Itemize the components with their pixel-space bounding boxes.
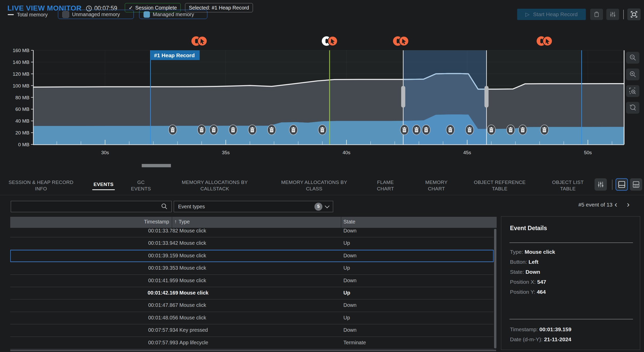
table-row[interactable]: 00:07:57.934 Key pressed Down [10,324,494,337]
event-details-title: Event Details [510,225,547,232]
tab-object-list-table[interactable]: OBJECT LISTTABLE [552,177,584,194]
events-table-header[interactable]: Timestamp ↑ Type State [10,217,497,228]
svg-text:30s: 30s [101,150,109,155]
delete-event-marker[interactable] [507,125,515,135]
svg-text:140 MB: 140 MB [13,60,29,65]
event-types-dropdown[interactable]: Event types 5 [174,201,333,212]
delete-event-marker[interactable] [248,125,257,135]
legend-toggle-managed[interactable]: Managed memory [139,10,207,19]
zoom-region-button[interactable] [626,85,639,97]
row-timestamp: 00:01:42.169 [148,290,178,296]
row-state: Down [343,302,356,308]
delete-event-marker[interactable] [229,125,237,135]
row-state: Up [343,315,350,321]
search-icon [161,203,168,210]
chart-hscrollbar[interactable] [142,164,171,167]
delete-event-marker[interactable] [169,125,177,135]
start-heap-record-label: Start Heap Record [533,11,578,17]
delete-event-marker[interactable] [519,125,527,135]
table-row[interactable]: 00:01:42.169 Mouse click Up [10,287,494,299]
zoom-out-icon [629,54,637,62]
next-event-button[interactable]: › [627,200,630,209]
row-timestamp: 00:01:41.959 [148,278,178,283]
layout-rows-button[interactable] [616,178,628,191]
delete-event-marker[interactable] [422,125,430,135]
svg-text:0 MB: 0 MB [18,142,29,147]
chart-settings-button[interactable] [606,9,619,20]
fullscreen-button[interactable] [627,8,641,20]
table-row[interactable]: 00:01:39.353 Mouse click Up [10,262,494,275]
column-header-state[interactable]: State [343,219,355,225]
legend-toggle-unmanaged[interactable]: Unmanaged memory [58,10,134,19]
layout-grid-button[interactable] [630,178,642,191]
events-table-hscrollbar[interactable] [10,350,496,351]
zoom-reset-button[interactable] [626,102,639,114]
tab-memory-allocations-by-callstack[interactable]: MEMORY ALLOCATIONS BYCALLSTACK [182,177,248,194]
previous-event-button[interactable]: ‹ [615,200,617,209]
delete-event-marker[interactable] [400,125,408,135]
delete-event-marker[interactable] [198,125,206,135]
layout-grid-icon [632,181,640,188]
play-icon: ▷ [525,11,529,17]
tab-session-heap-record-info[interactable]: SESSION & HEAP RECORDINFO [8,177,73,194]
delete-event-marker[interactable] [487,125,495,135]
tab-object-reference-table[interactable]: OBJECT REFERENCETABLE [474,177,526,194]
row-state: Terminate [343,340,366,346]
tab-flame-chart[interactable]: FLAMECHART [377,177,394,194]
tab-gc-events[interactable]: GCEVENTS [131,177,151,194]
delete-event-marker[interactable] [289,125,298,135]
tab-memory-allocations-by-class[interactable]: MEMORY ALLOCATIONS BYCLASS [281,177,347,194]
row-type: Mouse click [179,253,206,259]
panel-settings-button[interactable] [595,178,607,191]
legend-total-memory: Total memory [8,10,48,19]
events-table-scrollbar[interactable] [494,229,496,348]
live-view-monitor-app: #1 Heap Record [0,0,644,352]
delete-event-marker[interactable] [318,125,326,135]
event-group-marker[interactable] [191,36,207,46]
table-row[interactable]: 00:07:57.993 App lifecycle Terminate [10,337,494,349]
column-divider [172,217,172,228]
delete-event-marker[interactable] [540,125,548,135]
delete-event-marker[interactable] [446,125,454,135]
table-row[interactable]: 00:01:33.942 Mouse click Up [10,237,494,250]
row-type: Mouse click [179,265,206,271]
memory-timeline-chart[interactable]: #1 Heap Record [0,0,644,174]
chevron-down-icon [325,203,329,208]
delete-event-marker[interactable] [210,125,218,135]
row-type: Mouse click [179,290,208,296]
event-search-input[interactable] [11,204,161,210]
delete-session-button[interactable] [590,9,603,20]
table-row[interactable]: 00:01:33.782 Mouse click Down [10,228,494,237]
zoom-in-button[interactable] [626,69,639,80]
svg-text:60 MB: 60 MB [15,106,29,112]
start-heap-record-button[interactable]: ▷ Start Heap Record [517,9,586,20]
event-group-marker[interactable] [537,36,552,46]
row-state: Down [343,228,356,234]
delete-event-marker[interactable] [465,125,474,135]
settings-sliders-icon [609,11,616,18]
table-row[interactable]: 00:01:41.959 Mouse click Down [10,275,494,287]
event-group-marker[interactable] [322,36,338,46]
table-row[interactable]: 00:01:48.056 Mouse click Up [10,312,494,324]
details-divider [509,319,633,319]
table-row[interactable]: 00:01:39.159 Mouse click Down [10,250,494,262]
tab-memory-chart[interactable]: MEMORYCHART [425,177,448,194]
tab-events[interactable]: EVENTS [92,177,115,194]
table-row[interactable]: 00:01:47.867 Mouse click Down [10,299,494,312]
row-timestamp: 00:07:57.934 [148,327,178,333]
column-header-timestamp[interactable]: Timestamp [144,219,169,225]
row-type: Mouse click [179,302,206,308]
detail-field: Type: Mouse click [510,247,555,257]
column-header-type[interactable]: Type [179,219,190,225]
svg-text:#1 Heap Record: #1 Heap Record [154,52,195,58]
zoom-out-button[interactable] [626,52,639,64]
row-type: App lifecycle [179,340,208,346]
event-details-footer-fields: Timestamp: 00:01:39.159Date (d-m-Y): 21-… [510,324,571,344]
row-timestamp: 00:01:47.867 [148,302,178,308]
event-group-marker[interactable] [393,36,409,46]
svg-text:80 MB: 80 MB [15,95,29,100]
delete-event-marker[interactable] [412,125,421,135]
row-state: Up [343,265,350,271]
delete-event-marker[interactable] [268,125,276,135]
event-types-count-badge: 5 [314,203,322,211]
